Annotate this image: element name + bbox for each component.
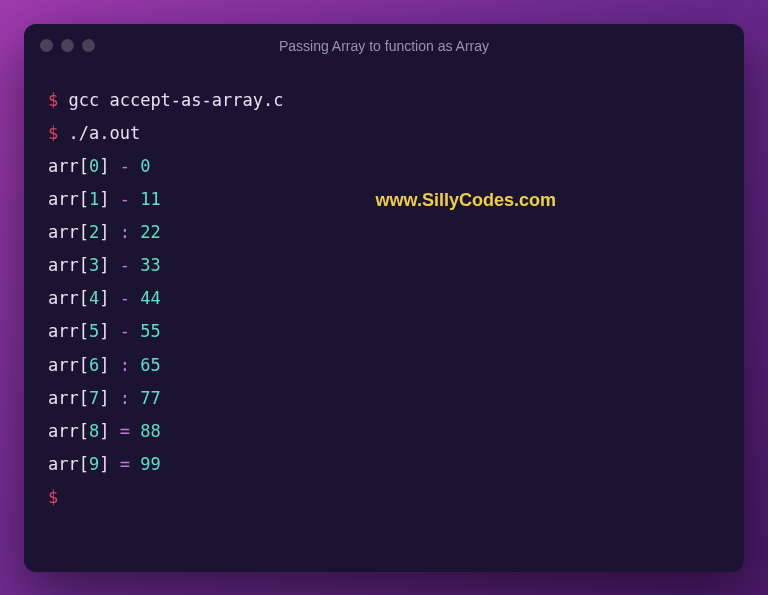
output-line: arr[7] : 77 [48, 382, 720, 415]
output-line: arr[3] - 33 [48, 249, 720, 282]
title-bar: Passing Array to function as Array [24, 24, 744, 68]
output-line: arr[5] - 55 [48, 315, 720, 348]
minimize-button[interactable] [61, 39, 74, 52]
maximize-button[interactable] [82, 39, 95, 52]
terminal-body[interactable]: www.SillyCodes.com $ gcc accept-as-array… [24, 68, 744, 572]
command-line: $ ./a.out [48, 117, 720, 150]
traffic-lights [40, 39, 95, 52]
command-line: $ gcc accept-as-array.c [48, 84, 720, 117]
prompt: $ [48, 487, 58, 507]
close-button[interactable] [40, 39, 53, 52]
prompt-line: $ [48, 481, 720, 514]
prompt: $ [48, 123, 58, 143]
prompt: $ [48, 90, 58, 110]
window-title: Passing Array to function as Array [279, 38, 489, 54]
output-line: arr[0] - 0 [48, 150, 720, 183]
output-line: arr[2] : 22 [48, 216, 720, 249]
output-line: arr[6] : 65 [48, 349, 720, 382]
output-line: arr[8] = 88 [48, 415, 720, 448]
command-text: ./a.out [69, 123, 141, 143]
terminal-window: Passing Array to function as Array www.S… [24, 24, 744, 572]
command-text: gcc accept-as-array.c [69, 90, 284, 110]
output-line: arr[9] = 99 [48, 448, 720, 481]
output-line: arr[4] - 44 [48, 282, 720, 315]
watermark: www.SillyCodes.com [376, 183, 556, 218]
